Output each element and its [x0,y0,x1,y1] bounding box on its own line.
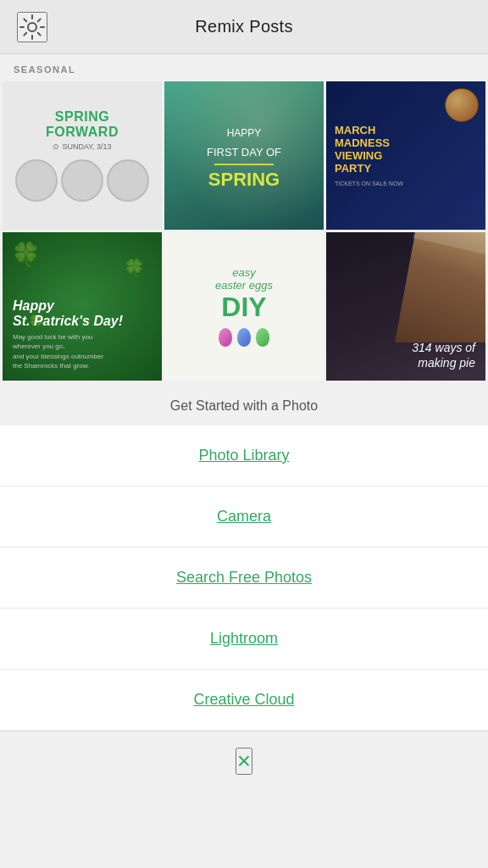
spring-forward-title: SPRINGFORWARD [46,109,119,139]
stpatricks-text: HappySt. Patrick's Day! May good luck be… [13,298,123,370]
settings-button[interactable] [17,12,47,42]
camera-label: Camera [217,508,271,526]
easter-eggs-decoration [215,328,273,347]
lightroom-item[interactable]: Lightroom [0,609,488,670]
basketball-decoration [445,88,479,122]
creative-cloud-label: Creative Cloud [193,691,294,709]
easter-diy: DIY [215,292,273,323]
close-bar: × [0,731,488,790]
app-header: Remix Posts [0,0,488,54]
card-spring-forward[interactable]: SPRINGFORWARD ⊙SUNDAY, 3/13 [3,81,162,230]
creative-cloud-item[interactable]: Creative Cloud [0,670,488,731]
march-madness-cta: TICKETS ON SALE NOW [335,181,403,186]
clocks-decoration [15,159,149,202]
close-icon: × [237,748,251,774]
photo-library-label: Photo Library [198,447,289,465]
section-label-seasonal: SEASONAL [0,54,488,81]
easter-line2: easter eggs [215,279,273,292]
photo-library-item[interactable]: Photo Library [0,426,488,487]
get-started-label: Get Started with a Photo [0,383,488,426]
page-title: Remix Posts [195,17,293,36]
camera-item[interactable]: Camera [0,487,488,548]
easter-line1: easy [215,266,273,279]
happy-spring-text: HAPPY FIRST DAY OF SPRING [207,121,281,190]
stpatricks-body: May good luck be with youwherever you go… [13,332,123,370]
svg-point-0 [28,23,36,31]
card-easter[interactable]: easy easter eggs DIY [164,232,324,381]
seasonal-grid: SPRINGFORWARD ⊙SUNDAY, 3/13 HAPPY FIRST … [0,81,488,383]
photo-source-menu: Photo Library Camera Search Free Photos … [0,426,488,731]
spring-forward-date: ⊙SUNDAY, 3/13 [53,142,111,151]
march-madness-title: MARCHMADNESSVIEWINGPARTY [335,125,403,175]
card-pie[interactable]: 314 ways ofmaking pie [326,232,485,381]
lightroom-label: Lightroom [210,630,278,648]
search-free-photos-label: Search Free Photos [176,569,312,587]
card-stpatricks[interactable]: 🍀 🍀 🍀 HappySt. Patrick's Day! May good l… [3,232,162,381]
card-march-madness[interactable]: MARCHMADNESSVIEWINGPARTY TICKETS ON SALE… [326,81,485,230]
stpatricks-title: HappySt. Patrick's Day! [13,298,123,328]
search-free-photos-item[interactable]: Search Free Photos [0,548,488,609]
close-button[interactable]: × [236,748,252,775]
pie-text: 314 ways ofmaking pie [336,340,475,370]
card-happy-spring[interactable]: HAPPY FIRST DAY OF SPRING [164,81,324,230]
